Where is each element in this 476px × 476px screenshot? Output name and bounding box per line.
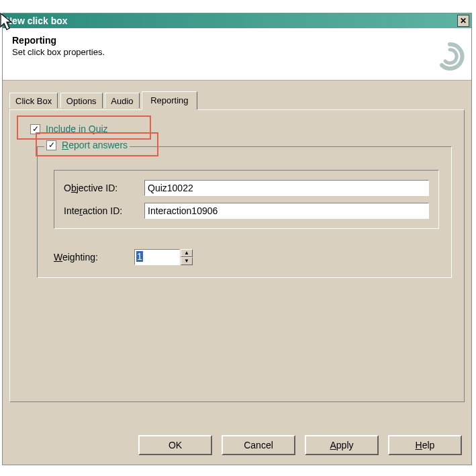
- header-title: Reporting: [12, 35, 462, 46]
- tab-panel-reporting: ✓ Include in Quiz ✓ Report answers Objec…: [9, 109, 465, 402]
- tab-options[interactable]: Options: [60, 93, 103, 108]
- cancel-button[interactable]: Cancel: [222, 435, 295, 455]
- header-band: Reporting Set click box properties.: [3, 28, 471, 81]
- tab-click-box[interactable]: Click Box: [9, 93, 58, 108]
- dialog-window: New click box ✕ Reporting Set click box …: [2, 13, 472, 465]
- interaction-id-input[interactable]: [144, 203, 429, 219]
- weighting-input[interactable]: 1: [134, 249, 180, 265]
- ok-button[interactable]: OK: [138, 435, 212, 455]
- help-button[interactable]: Help: [388, 435, 462, 455]
- apply-button[interactable]: Apply: [305, 435, 379, 455]
- tab-audio[interactable]: Audio: [105, 93, 139, 108]
- include-in-quiz-checkbox[interactable]: ✓: [30, 124, 40, 134]
- quiz-group: ✓ Report answers Objective ID: Interacti…: [37, 146, 452, 278]
- weighting-label: Weighting:: [54, 252, 134, 263]
- tab-reporting[interactable]: Reporting: [142, 91, 197, 110]
- interaction-id-label: Interaction ID:: [64, 205, 144, 216]
- ids-group: Objective ID: Interaction ID:: [54, 170, 439, 229]
- weighting-spin-up[interactable]: ▲: [181, 249, 193, 257]
- tabs-row: Click Box Options Audio Reporting: [9, 91, 471, 109]
- close-icon: ✕: [460, 17, 467, 25]
- objective-id-input[interactable]: [144, 180, 429, 196]
- titlebar: New click box ✕: [3, 13, 471, 28]
- report-answers-checkbox[interactable]: ✓: [46, 140, 56, 150]
- dialog-button-row: OK Cancel Apply Help: [138, 435, 462, 455]
- header-subtitle: Set click box properties.: [12, 47, 462, 57]
- close-button[interactable]: ✕: [457, 15, 469, 27]
- weighting-spin-down[interactable]: ▼: [181, 257, 193, 265]
- include-in-quiz-label[interactable]: Include in Quiz: [46, 124, 108, 134]
- titlebar-text: New click box: [5, 15, 68, 26]
- report-answers-label[interactable]: Report answers: [62, 140, 128, 150]
- swirl-icon: [435, 42, 465, 71]
- objective-id-label: Objective ID:: [64, 183, 144, 193]
